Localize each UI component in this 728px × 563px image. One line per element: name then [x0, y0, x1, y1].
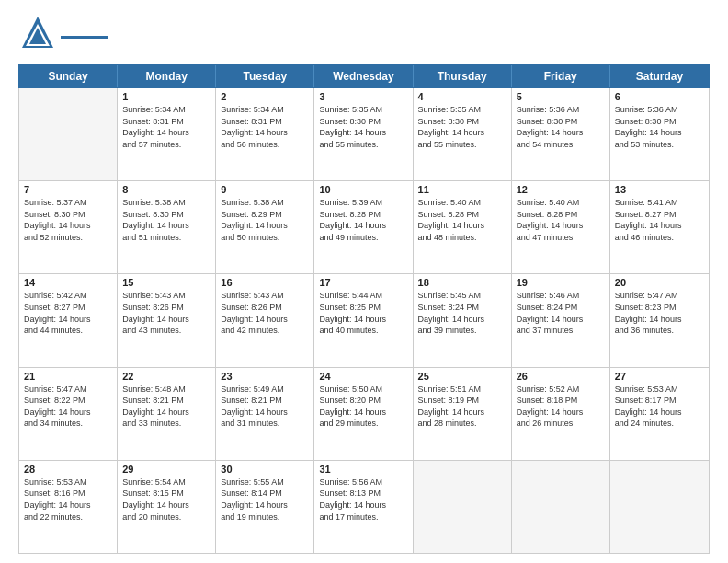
calendar-row-1: 1Sunrise: 5:34 AMSunset: 8:31 PMDaylight…: [19, 88, 709, 181]
header-cell-friday: Friday: [512, 65, 610, 87]
day-number: 16: [221, 277, 309, 288]
day-number: 3: [319, 91, 407, 102]
calendar-cell: 23Sunrise: 5:49 AMSunset: 8:21 PMDayligh…: [216, 368, 314, 460]
cell-info: Sunrise: 5:56 AMSunset: 8:13 PMDaylight:…: [319, 477, 407, 523]
calendar-cell: 2Sunrise: 5:34 AMSunset: 8:31 PMDaylight…: [216, 88, 314, 180]
calendar-cell: 14Sunrise: 5:42 AMSunset: 8:27 PMDayligh…: [19, 274, 118, 366]
cell-info: Sunrise: 5:38 AMSunset: 8:30 PMDaylight:…: [122, 197, 210, 243]
day-number: 19: [517, 277, 605, 288]
calendar-row-2: 7Sunrise: 5:37 AMSunset: 8:30 PMDaylight…: [19, 181, 709, 274]
logo-icon: [18, 15, 57, 53]
calendar-cell: 21Sunrise: 5:47 AMSunset: 8:22 PMDayligh…: [19, 368, 118, 460]
cell-info: Sunrise: 5:41 AMSunset: 8:27 PMDaylight:…: [615, 197, 704, 243]
page: SundayMondayTuesdayWednesdayThursdayFrid…: [0, 0, 728, 563]
cell-info: Sunrise: 5:34 AMSunset: 8:31 PMDaylight:…: [221, 104, 309, 150]
calendar-cell: 25Sunrise: 5:51 AMSunset: 8:19 PMDayligh…: [414, 368, 512, 460]
cell-info: Sunrise: 5:44 AMSunset: 8:25 PMDaylight:…: [319, 290, 407, 336]
calendar-cell: 12Sunrise: 5:40 AMSunset: 8:28 PMDayligh…: [512, 181, 610, 273]
cell-info: Sunrise: 5:46 AMSunset: 8:24 PMDaylight:…: [517, 290, 605, 336]
day-number: 8: [122, 184, 210, 195]
day-number: 1: [122, 91, 210, 102]
cell-info: Sunrise: 5:43 AMSunset: 8:26 PMDaylight:…: [122, 290, 210, 336]
cell-info: Sunrise: 5:51 AMSunset: 8:19 PMDaylight:…: [418, 384, 506, 430]
calendar-cell: 30Sunrise: 5:55 AMSunset: 8:14 PMDayligh…: [216, 461, 314, 553]
cell-info: Sunrise: 5:39 AMSunset: 8:28 PMDaylight:…: [319, 197, 407, 243]
cell-info: Sunrise: 5:53 AMSunset: 8:17 PMDaylight:…: [615, 384, 704, 430]
calendar-cell: 3Sunrise: 5:35 AMSunset: 8:30 PMDaylight…: [314, 88, 413, 180]
cell-info: Sunrise: 5:40 AMSunset: 8:28 PMDaylight:…: [418, 197, 506, 243]
cell-info: Sunrise: 5:47 AMSunset: 8:23 PMDaylight:…: [615, 290, 704, 336]
calendar-row-3: 14Sunrise: 5:42 AMSunset: 8:27 PMDayligh…: [19, 274, 709, 367]
cell-info: Sunrise: 5:35 AMSunset: 8:30 PMDaylight:…: [319, 104, 407, 150]
calendar-cell: 6Sunrise: 5:36 AMSunset: 8:30 PMDaylight…: [610, 88, 709, 180]
header-cell-sunday: Sunday: [19, 65, 118, 87]
calendar-cell: 22Sunrise: 5:48 AMSunset: 8:21 PMDayligh…: [118, 368, 216, 460]
header-cell-saturday: Saturday: [610, 65, 709, 87]
calendar-cell: 19Sunrise: 5:46 AMSunset: 8:24 PMDayligh…: [512, 274, 610, 366]
cell-info: Sunrise: 5:38 AMSunset: 8:29 PMDaylight:…: [221, 197, 309, 243]
cell-info: Sunrise: 5:49 AMSunset: 8:21 PMDaylight:…: [221, 384, 309, 430]
cell-info: Sunrise: 5:53 AMSunset: 8:16 PMDaylight:…: [24, 477, 112, 523]
calendar-cell: [19, 88, 118, 180]
day-number: 27: [615, 371, 704, 382]
calendar-cell: [610, 461, 709, 553]
day-number: 20: [615, 277, 704, 288]
day-number: 31: [319, 464, 407, 475]
cell-info: Sunrise: 5:54 AMSunset: 8:15 PMDaylight:…: [122, 477, 210, 523]
calendar-cell: 9Sunrise: 5:38 AMSunset: 8:29 PMDaylight…: [216, 181, 314, 273]
day-number: 23: [221, 371, 309, 382]
day-number: 26: [517, 371, 605, 382]
calendar-cell: [512, 461, 610, 553]
header: [18, 15, 710, 57]
day-number: 11: [418, 184, 506, 195]
day-number: 30: [221, 464, 309, 475]
day-number: 6: [615, 91, 704, 102]
cell-info: Sunrise: 5:43 AMSunset: 8:26 PMDaylight:…: [221, 290, 309, 336]
day-number: 13: [615, 184, 704, 195]
cell-info: Sunrise: 5:40 AMSunset: 8:28 PMDaylight:…: [517, 197, 605, 243]
logo: [18, 15, 108, 57]
calendar-cell: 27Sunrise: 5:53 AMSunset: 8:17 PMDayligh…: [610, 368, 709, 460]
calendar-cell: 10Sunrise: 5:39 AMSunset: 8:28 PMDayligh…: [314, 181, 413, 273]
calendar-row-4: 21Sunrise: 5:47 AMSunset: 8:22 PMDayligh…: [19, 368, 709, 461]
day-number: 14: [24, 277, 112, 288]
calendar-cell: 8Sunrise: 5:38 AMSunset: 8:30 PMDaylight…: [118, 181, 216, 273]
header-cell-tuesday: Tuesday: [216, 65, 314, 87]
header-cell-thursday: Thursday: [414, 65, 512, 87]
day-number: 28: [24, 464, 112, 475]
calendar-cell: 16Sunrise: 5:43 AMSunset: 8:26 PMDayligh…: [216, 274, 314, 366]
calendar-cell: 11Sunrise: 5:40 AMSunset: 8:28 PMDayligh…: [414, 181, 512, 273]
day-number: 5: [517, 91, 605, 102]
calendar-cell: 20Sunrise: 5:47 AMSunset: 8:23 PMDayligh…: [610, 274, 709, 366]
cell-info: Sunrise: 5:36 AMSunset: 8:30 PMDaylight:…: [615, 104, 704, 150]
day-number: 4: [418, 91, 506, 102]
calendar-body: 1Sunrise: 5:34 AMSunset: 8:31 PMDaylight…: [18, 88, 710, 554]
cell-info: Sunrise: 5:52 AMSunset: 8:18 PMDaylight:…: [517, 384, 605, 430]
day-number: 10: [319, 184, 407, 195]
day-number: 25: [418, 371, 506, 382]
day-number: 15: [122, 277, 210, 288]
day-number: 7: [24, 184, 112, 195]
header-cell-wednesday: Wednesday: [314, 65, 413, 87]
day-number: 22: [122, 371, 210, 382]
calendar-row-5: 28Sunrise: 5:53 AMSunset: 8:16 PMDayligh…: [19, 461, 709, 553]
calendar-cell: 17Sunrise: 5:44 AMSunset: 8:25 PMDayligh…: [314, 274, 413, 366]
calendar-cell: [414, 461, 512, 553]
cell-info: Sunrise: 5:45 AMSunset: 8:24 PMDaylight:…: [418, 290, 506, 336]
day-number: 2: [221, 91, 309, 102]
cell-info: Sunrise: 5:48 AMSunset: 8:21 PMDaylight:…: [122, 384, 210, 430]
calendar-cell: 15Sunrise: 5:43 AMSunset: 8:26 PMDayligh…: [118, 274, 216, 366]
calendar-cell: 4Sunrise: 5:35 AMSunset: 8:30 PMDaylight…: [414, 88, 512, 180]
header-cell-monday: Monday: [118, 65, 216, 87]
cell-info: Sunrise: 5:37 AMSunset: 8:30 PMDaylight:…: [24, 197, 112, 243]
cell-info: Sunrise: 5:55 AMSunset: 8:14 PMDaylight:…: [221, 477, 309, 523]
calendar-cell: 1Sunrise: 5:34 AMSunset: 8:31 PMDaylight…: [118, 88, 216, 180]
day-number: 24: [319, 371, 407, 382]
calendar-cell: 28Sunrise: 5:53 AMSunset: 8:16 PMDayligh…: [19, 461, 118, 553]
day-number: 12: [517, 184, 605, 195]
calendar-cell: 31Sunrise: 5:56 AMSunset: 8:13 PMDayligh…: [314, 461, 413, 553]
calendar-cell: 7Sunrise: 5:37 AMSunset: 8:30 PMDaylight…: [19, 181, 118, 273]
calendar-cell: 18Sunrise: 5:45 AMSunset: 8:24 PMDayligh…: [414, 274, 512, 366]
calendar-cell: 13Sunrise: 5:41 AMSunset: 8:27 PMDayligh…: [610, 181, 709, 273]
cell-info: Sunrise: 5:35 AMSunset: 8:30 PMDaylight:…: [418, 104, 506, 150]
